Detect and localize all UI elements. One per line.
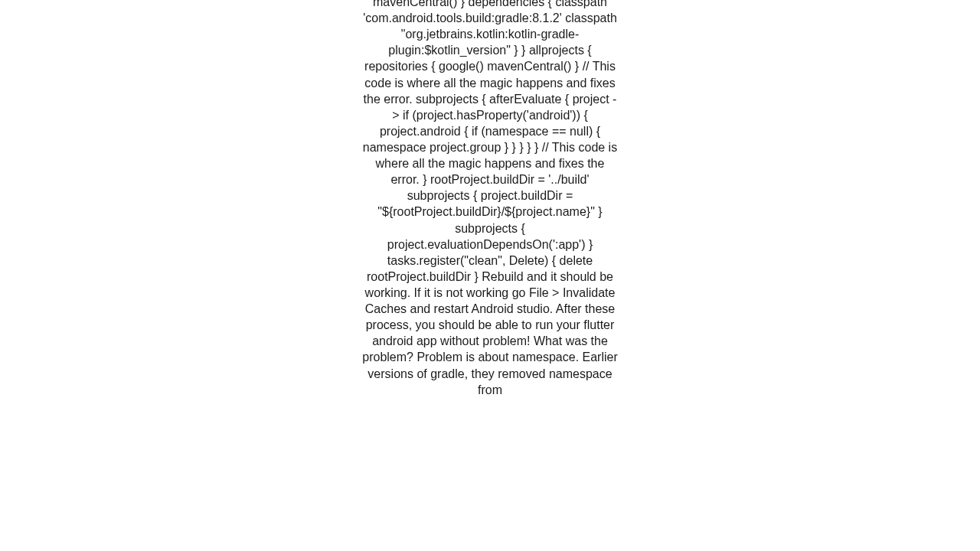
article-body: mavenCentral() } dependencies { classpat…	[360, 0, 620, 398]
